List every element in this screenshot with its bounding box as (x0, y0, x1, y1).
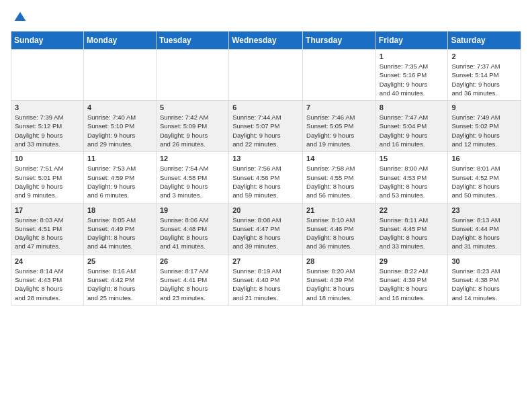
day-number: 21 (306, 206, 372, 214)
day-number: 10 (15, 154, 80, 163)
day-info: Sunrise: 8:00 AM Sunset: 4:53 PM Dayligh… (380, 164, 445, 199)
day-info: Sunrise: 7:49 AM Sunset: 5:02 PM Dayligh… (451, 113, 517, 148)
day-info: Sunrise: 7:44 AM Sunset: 5:07 PM Dayligh… (232, 113, 299, 148)
calendar-cell: 18Sunrise: 8:05 AM Sunset: 4:49 PM Dayli… (83, 203, 156, 254)
calendar-cell: 13Sunrise: 7:56 AM Sunset: 4:56 PM Dayli… (229, 152, 303, 203)
day-info: Sunrise: 7:47 AM Sunset: 5:04 PM Dayligh… (380, 113, 445, 148)
calendar-cell: 5Sunrise: 7:42 AM Sunset: 5:09 PM Daylig… (156, 101, 228, 152)
day-info: Sunrise: 7:56 AM Sunset: 4:56 PM Dayligh… (232, 164, 299, 199)
calendar-week-row: 24Sunrise: 8:14 AM Sunset: 4:43 PM Dayli… (11, 254, 521, 305)
calendar-cell: 3Sunrise: 7:39 AM Sunset: 5:12 PM Daylig… (11, 101, 84, 152)
calendar-cell (229, 50, 303, 101)
page-header (11, 11, 521, 24)
calendar-cell (156, 50, 228, 101)
day-number: 24 (15, 257, 80, 265)
calendar-cell: 21Sunrise: 8:10 AM Sunset: 4:46 PM Dayli… (303, 203, 376, 254)
day-number: 8 (380, 103, 445, 111)
calendar-cell: 20Sunrise: 8:08 AM Sunset: 4:47 PM Dayli… (229, 203, 303, 254)
calendar-table: SundayMondayTuesdayWednesdayThursdayFrid… (11, 31, 521, 306)
calendar-cell: 19Sunrise: 8:06 AM Sunset: 4:48 PM Dayli… (156, 203, 228, 254)
calendar-week-row: 10Sunrise: 7:51 AM Sunset: 5:01 PM Dayli… (11, 152, 521, 203)
calendar-cell: 14Sunrise: 7:58 AM Sunset: 4:55 PM Dayli… (303, 152, 376, 203)
calendar-cell: 6Sunrise: 7:44 AM Sunset: 5:07 PM Daylig… (229, 101, 303, 152)
calendar-cell (303, 50, 376, 101)
day-number: 25 (87, 257, 152, 265)
day-info: Sunrise: 8:17 AM Sunset: 4:41 PM Dayligh… (160, 267, 225, 302)
svg-marker-0 (15, 12, 26, 21)
calendar-cell: 17Sunrise: 8:03 AM Sunset: 4:51 PM Dayli… (11, 203, 84, 254)
day-info: Sunrise: 7:39 AM Sunset: 5:12 PM Dayligh… (15, 113, 80, 148)
calendar-cell: 22Sunrise: 8:11 AM Sunset: 4:45 PM Dayli… (375, 203, 448, 254)
logo (11, 11, 27, 24)
day-info: Sunrise: 8:10 AM Sunset: 4:46 PM Dayligh… (306, 216, 372, 251)
day-number: 22 (380, 206, 445, 214)
header-sunday: Sunday (11, 32, 84, 50)
day-info: Sunrise: 8:11 AM Sunset: 4:45 PM Dayligh… (380, 216, 445, 251)
calendar-cell: 15Sunrise: 8:00 AM Sunset: 4:53 PM Dayli… (375, 152, 448, 203)
day-number: 5 (160, 103, 225, 111)
day-info: Sunrise: 7:35 AM Sunset: 5:16 PM Dayligh… (380, 62, 445, 97)
day-info: Sunrise: 7:37 AM Sunset: 5:14 PM Dayligh… (451, 62, 517, 97)
day-info: Sunrise: 8:13 AM Sunset: 4:44 PM Dayligh… (451, 216, 517, 251)
calendar-cell: 12Sunrise: 7:54 AM Sunset: 4:58 PM Dayli… (156, 152, 228, 203)
header-thursday: Thursday (303, 32, 376, 50)
calendar-cell: 24Sunrise: 8:14 AM Sunset: 4:43 PM Dayli… (11, 254, 84, 305)
calendar-week-row: 1Sunrise: 7:35 AM Sunset: 5:16 PM Daylig… (11, 50, 521, 101)
calendar-cell: 28Sunrise: 8:20 AM Sunset: 4:39 PM Dayli… (303, 254, 376, 305)
calendar-cell: 9Sunrise: 7:49 AM Sunset: 5:02 PM Daylig… (448, 101, 521, 152)
calendar-cell (83, 50, 156, 101)
day-number: 2 (451, 52, 517, 60)
day-info: Sunrise: 8:06 AM Sunset: 4:48 PM Dayligh… (160, 216, 225, 251)
calendar-cell: 29Sunrise: 8:22 AM Sunset: 4:39 PM Dayli… (375, 254, 448, 305)
calendar-cell: 2Sunrise: 7:37 AM Sunset: 5:14 PM Daylig… (448, 50, 521, 101)
calendar-cell: 7Sunrise: 7:46 AM Sunset: 5:05 PM Daylig… (303, 101, 376, 152)
calendar-cell: 23Sunrise: 8:13 AM Sunset: 4:44 PM Dayli… (448, 203, 521, 254)
calendar-cell: 25Sunrise: 8:16 AM Sunset: 4:42 PM Dayli… (83, 254, 156, 305)
day-number: 16 (451, 154, 517, 163)
day-info: Sunrise: 8:14 AM Sunset: 4:43 PM Dayligh… (15, 267, 80, 302)
day-number: 30 (451, 257, 517, 265)
day-number: 17 (15, 206, 80, 214)
calendar-week-row: 3Sunrise: 7:39 AM Sunset: 5:12 PM Daylig… (11, 101, 521, 152)
day-info: Sunrise: 8:19 AM Sunset: 4:40 PM Dayligh… (232, 267, 299, 302)
calendar-cell: 30Sunrise: 8:23 AM Sunset: 4:38 PM Dayli… (448, 254, 521, 305)
calendar-cell: 16Sunrise: 8:01 AM Sunset: 4:52 PM Dayli… (448, 152, 521, 203)
day-number: 23 (451, 206, 517, 214)
day-info: Sunrise: 7:46 AM Sunset: 5:05 PM Dayligh… (306, 113, 372, 148)
day-number: 11 (87, 154, 152, 163)
day-number: 6 (232, 103, 299, 111)
calendar-cell: 8Sunrise: 7:47 AM Sunset: 5:04 PM Daylig… (375, 101, 448, 152)
calendar-header-row: SundayMondayTuesdayWednesdayThursdayFrid… (11, 32, 521, 50)
day-number: 1 (380, 52, 445, 60)
day-number: 13 (232, 154, 299, 163)
day-info: Sunrise: 8:01 AM Sunset: 4:52 PM Dayligh… (451, 164, 517, 199)
day-info: Sunrise: 7:40 AM Sunset: 5:10 PM Dayligh… (87, 113, 152, 148)
day-number: 28 (306, 257, 372, 265)
day-number: 12 (160, 154, 225, 163)
day-info: Sunrise: 7:51 AM Sunset: 5:01 PM Dayligh… (15, 164, 80, 199)
calendar-week-row: 17Sunrise: 8:03 AM Sunset: 4:51 PM Dayli… (11, 203, 521, 254)
day-number: 26 (160, 257, 225, 265)
calendar-cell: 27Sunrise: 8:19 AM Sunset: 4:40 PM Dayli… (229, 254, 303, 305)
day-number: 29 (380, 257, 445, 265)
day-number: 27 (232, 257, 299, 265)
day-info: Sunrise: 8:23 AM Sunset: 4:38 PM Dayligh… (451, 267, 517, 302)
day-info: Sunrise: 7:53 AM Sunset: 4:59 PM Dayligh… (87, 164, 152, 199)
day-number: 18 (87, 206, 152, 214)
calendar-cell (11, 50, 84, 101)
day-number: 14 (306, 154, 372, 163)
day-info: Sunrise: 7:58 AM Sunset: 4:55 PM Dayligh… (306, 164, 372, 199)
day-info: Sunrise: 8:08 AM Sunset: 4:47 PM Dayligh… (232, 216, 299, 251)
day-number: 20 (232, 206, 299, 214)
day-info: Sunrise: 7:54 AM Sunset: 4:58 PM Dayligh… (160, 164, 225, 199)
calendar-cell: 11Sunrise: 7:53 AM Sunset: 4:59 PM Dayli… (83, 152, 156, 203)
calendar-cell: 4Sunrise: 7:40 AM Sunset: 5:10 PM Daylig… (83, 101, 156, 152)
header-friday: Friday (375, 32, 448, 50)
header-tuesday: Tuesday (156, 32, 228, 50)
day-number: 9 (451, 103, 517, 111)
day-number: 15 (380, 154, 445, 163)
header-saturday: Saturday (448, 32, 521, 50)
day-info: Sunrise: 8:05 AM Sunset: 4:49 PM Dayligh… (87, 216, 152, 251)
day-number: 3 (15, 103, 80, 111)
logo-icon (13, 11, 27, 24)
